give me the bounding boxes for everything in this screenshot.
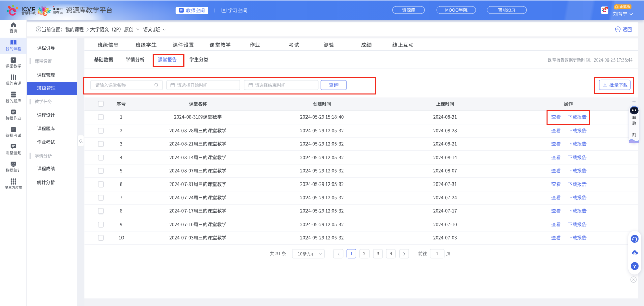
svg-text:?: ? (633, 263, 636, 269)
